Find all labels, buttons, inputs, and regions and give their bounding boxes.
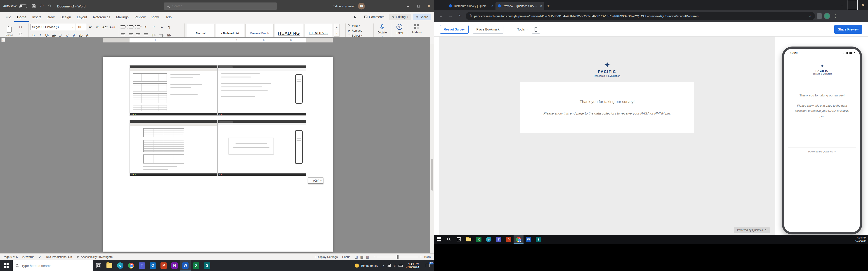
font-size-combo[interactable]: 10▾ bbox=[76, 24, 86, 30]
tab-home[interactable]: Home bbox=[14, 12, 29, 22]
text-predictions[interactable]: Text Predictions: On bbox=[46, 255, 72, 259]
add-ins-button[interactable]: Add-ins bbox=[409, 24, 424, 34]
close-tab-icon[interactable]: × bbox=[491, 4, 493, 8]
styles-scroll-down-icon[interactable]: ▾ bbox=[334, 30, 340, 36]
start-button[interactable] bbox=[434, 235, 444, 244]
grow-font-icon[interactable]: A^ bbox=[87, 24, 94, 30]
powerpoint-icon[interactable]: P bbox=[158, 260, 169, 271]
sharepoint-icon[interactable]: S bbox=[533, 235, 544, 244]
save-icon[interactable] bbox=[30, 2, 38, 10]
forward-icon[interactable]: → bbox=[447, 12, 454, 20]
decrease-indent-icon[interactable]: ⇤ bbox=[143, 24, 149, 30]
device-preview-button[interactable] bbox=[532, 25, 540, 34]
close-button[interactable]: ✕ bbox=[858, 0, 868, 10]
focus-mode[interactable]: Focus bbox=[342, 255, 350, 259]
document-canvas[interactable]: (Ctrl) ▾ bbox=[0, 43, 430, 253]
battery-icon[interactable] bbox=[399, 264, 403, 267]
zoom-slider[interactable] bbox=[377, 257, 418, 257]
sharepoint-icon[interactable]: S bbox=[202, 260, 213, 271]
scrollbar-thumb[interactable] bbox=[431, 159, 433, 191]
word-icon[interactable]: W bbox=[180, 260, 191, 271]
site-info-icon[interactable]: ⓘ bbox=[469, 14, 472, 18]
taskbar-clock[interactable]: 4:14 PM 4/16/2024 bbox=[855, 236, 866, 242]
read-mode-icon[interactable]: ◫ bbox=[355, 255, 358, 259]
tools-dropdown[interactable]: Tools▾ bbox=[518, 28, 528, 31]
replace-button[interactable]: ⇄Replace bbox=[348, 29, 362, 32]
copy-icon[interactable] bbox=[18, 31, 24, 37]
file-explorer-icon[interactable] bbox=[104, 260, 115, 271]
proofing-icon[interactable]: ✔ bbox=[39, 255, 41, 259]
restart-survey-button[interactable]: Restart Survey bbox=[440, 25, 469, 34]
teams-icon[interactable]: T bbox=[494, 235, 504, 244]
display-settings[interactable]: Display Settings bbox=[312, 255, 338, 259]
autosave-toggle[interactable] bbox=[19, 4, 27, 8]
extension-icon[interactable] bbox=[817, 13, 822, 19]
font-name-combo[interactable]: Segoe UI Historic (B▾ bbox=[30, 24, 75, 30]
search-input[interactable] bbox=[172, 4, 263, 8]
onenote-icon[interactable]: N bbox=[169, 260, 180, 271]
zoom-out-icon[interactable]: − bbox=[373, 255, 375, 259]
network-icon[interactable] bbox=[387, 264, 391, 267]
speaker-icon[interactable]: ◁) bbox=[393, 264, 396, 267]
word-count[interactable]: 22 words bbox=[22, 255, 34, 259]
chrome-icon[interactable] bbox=[514, 235, 524, 244]
outlook-icon[interactable]: O bbox=[147, 260, 158, 271]
word-search-box[interactable] bbox=[164, 2, 277, 10]
bookmark-star-icon[interactable]: ☆ bbox=[809, 14, 812, 18]
tab-mailings[interactable]: Mailings bbox=[113, 12, 131, 22]
browser-tab-2[interactable]: Preview - Qualtrics Survey | Q × bbox=[495, 2, 544, 10]
clear-formatting-icon[interactable]: A⌫ bbox=[109, 24, 115, 30]
tab-view[interactable]: View bbox=[149, 12, 162, 22]
powerpoint-icon[interactable]: P bbox=[504, 235, 514, 244]
web-layout-icon[interactable]: ▥ bbox=[366, 255, 369, 259]
undo-icon[interactable]: ↶ bbox=[38, 2, 46, 10]
tab-review[interactable]: Review bbox=[131, 12, 149, 22]
horizontal-ruler[interactable]: 1 2 3 4 5 6 bbox=[103, 38, 333, 42]
refresh-icon[interactable]: ↻ bbox=[456, 12, 464, 20]
embedded-screenshot-1[interactable] bbox=[129, 65, 217, 115]
tray-chevron-icon[interactable]: ∧ bbox=[382, 264, 384, 267]
new-tab-icon[interactable]: + bbox=[547, 3, 550, 8]
profile-avatar[interactable] bbox=[824, 13, 830, 19]
menu-kebab-icon[interactable]: ⋮ bbox=[832, 13, 839, 19]
tab-stop-selector[interactable]: ⌐ bbox=[1, 38, 5, 42]
file-explorer-icon[interactable] bbox=[464, 235, 474, 244]
embedded-screenshot-4[interactable] bbox=[217, 120, 306, 176]
multilevel-list-button[interactable]: ▾ bbox=[135, 24, 142, 30]
bullets-button[interactable]: ▾ bbox=[120, 24, 126, 30]
account-name[interactable]: Taline Kuyumjian bbox=[333, 4, 355, 8]
start-button[interactable] bbox=[0, 260, 13, 271]
tab-design[interactable]: Design bbox=[57, 12, 74, 22]
editor-button[interactable]: ✎ Editor bbox=[393, 24, 406, 35]
tab-layout[interactable]: Layout bbox=[74, 12, 90, 22]
pilcrow-icon[interactable]: ¶ bbox=[166, 24, 172, 30]
tab-insert[interactable]: Insert bbox=[29, 12, 44, 22]
close-tab-icon[interactable]: × bbox=[540, 4, 542, 8]
tab-file[interactable]: File bbox=[3, 12, 14, 22]
dictate-button[interactable]: Dictate▾ bbox=[375, 24, 390, 37]
page-indicator[interactable]: Page 6 of 6 bbox=[3, 255, 18, 259]
address-bar[interactable]: ⓘ pacificresearch.qualtrics.com/jfe/prev… bbox=[466, 12, 815, 20]
tab-draw[interactable]: Draw bbox=[43, 12, 57, 22]
minimize-button[interactable]: ─ bbox=[403, 0, 413, 12]
embedded-screenshot-2[interactable] bbox=[217, 65, 306, 115]
editing-mode-button[interactable]: ✎ Editing▾ bbox=[389, 13, 411, 20]
phone-powered-by-qualtrics[interactable]: Powered by Qualtrics ↗ bbox=[784, 150, 860, 153]
increase-indent-icon[interactable]: ⇥ bbox=[151, 24, 157, 30]
weather-widget[interactable]: Temps to rise bbox=[355, 264, 378, 268]
minimize-button[interactable]: ─ bbox=[837, 0, 847, 10]
zoom-in-icon[interactable]: + bbox=[420, 255, 422, 259]
share-button[interactable]: ⇧ Share bbox=[413, 13, 431, 20]
back-icon[interactable]: ← bbox=[437, 12, 445, 20]
taskbar-clock[interactable]: 4:14 PM 4/16/2024 bbox=[406, 262, 419, 269]
restore-button[interactable] bbox=[413, 0, 424, 12]
find-button[interactable]: Find▾ bbox=[348, 24, 362, 27]
styles-scroll-up-icon[interactable]: ▴ bbox=[334, 24, 340, 30]
chrome-icon[interactable] bbox=[126, 260, 136, 271]
document-page[interactable]: (Ctrl) ▾ bbox=[103, 57, 333, 251]
place-bookmark-button[interactable]: Place Bookmark bbox=[473, 25, 503, 34]
share-preview-button[interactable]: Share Preview bbox=[834, 25, 862, 34]
zoom-thumb[interactable] bbox=[397, 255, 399, 259]
cut-icon[interactable]: ✂ bbox=[18, 24, 24, 30]
accessibility-status[interactable]: Accessibility: Investigate bbox=[76, 255, 113, 259]
